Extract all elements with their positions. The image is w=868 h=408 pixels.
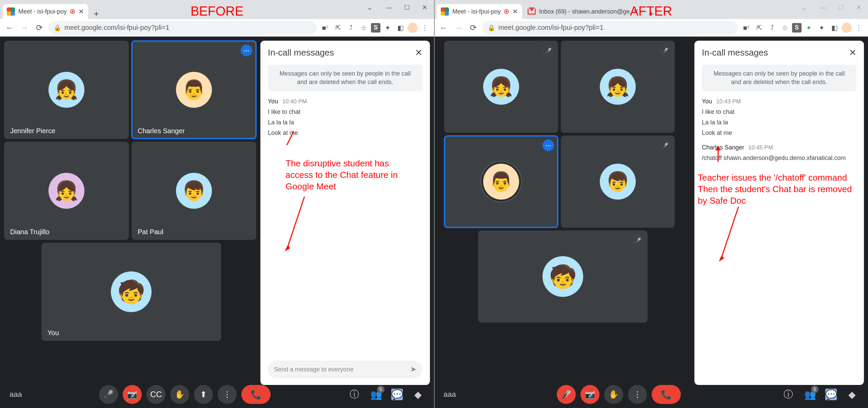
new-tab-button[interactable]: + bbox=[91, 8, 102, 19]
meeting-code: aaa bbox=[443, 390, 456, 399]
maximize-button[interactable]: ☐ bbox=[833, 1, 849, 14]
window-controls: ⌄ — ☐ ✕ bbox=[361, 0, 433, 15]
camera-off-button[interactable]: 📷̸ bbox=[123, 385, 142, 404]
msg-time: 10:45 PM bbox=[748, 144, 773, 151]
browser-menu-icon[interactable]: ⋮ bbox=[419, 22, 431, 34]
avatar: 👧 bbox=[600, 69, 636, 105]
chat-message: Charles Sanger10:45 PM /chatoff shawn.an… bbox=[702, 144, 856, 162]
reload-button[interactable]: ⟳ bbox=[33, 22, 45, 34]
participant-tile[interactable]: 🎤̸ 👧 bbox=[561, 41, 675, 133]
address-bar[interactable]: 🔒 meet.google.com/isi-fpui-poy?pli=1 bbox=[48, 21, 317, 35]
ext-s-icon[interactable]: S bbox=[371, 23, 380, 33]
close-window-button[interactable]: ✕ bbox=[416, 1, 433, 14]
tab-meet[interactable]: Meet - isi-fpui-poy ✕ bbox=[3, 4, 88, 19]
extensions-icon[interactable]: ✦ bbox=[816, 22, 827, 34]
participant-tile[interactable]: 👧 Jennifer Pierce bbox=[4, 41, 129, 139]
bottom-bar: aaa 🎤 📷̸ CC ✋ ⬆ ⋮ 📞 ⓘ 👥5 💬 ◆ bbox=[0, 381, 434, 408]
close-window-button[interactable]: ✕ bbox=[850, 1, 867, 14]
info-icon[interactable]: ⓘ bbox=[782, 388, 795, 401]
more-options-button[interactable]: ⋮ bbox=[218, 385, 237, 404]
tab-search-icon[interactable]: ⌄ bbox=[795, 1, 812, 14]
avatar: 👦 bbox=[600, 164, 636, 200]
forward-button[interactable]: → bbox=[452, 22, 465, 34]
camera-icon[interactable]: ■ᶜ bbox=[319, 22, 331, 34]
tab-search-icon[interactable]: ⌄ bbox=[361, 1, 378, 14]
mic-button[interactable]: 🎤 bbox=[99, 385, 118, 404]
chat-icon-active[interactable]: 💬 bbox=[825, 389, 837, 400]
participant-tile[interactable]: 👦 Pat Paul bbox=[132, 142, 256, 240]
more-options-button[interactable]: ⋮ bbox=[628, 385, 647, 404]
forward-button[interactable]: → bbox=[18, 22, 31, 34]
participant-tile-self[interactable]: 🎤̸ 🧒 bbox=[478, 230, 648, 323]
chat-input[interactable]: Send a message to everyone ➤ bbox=[268, 361, 422, 378]
participant-tile[interactable]: ⋯ 👨 bbox=[444, 136, 558, 228]
titlebar: BEFORE Meet - isi-fpui-poy ✕ + ⌄ — ☐ ✕ bbox=[0, 0, 434, 19]
send-icon[interactable]: ➤ bbox=[410, 365, 416, 374]
more-menu-icon[interactable]: ⋯ bbox=[241, 45, 252, 56]
close-tab-icon[interactable]: ✕ bbox=[78, 7, 84, 16]
star-icon[interactable]: ☆ bbox=[358, 22, 370, 34]
avatar: 👧 bbox=[48, 173, 84, 209]
chat-icon-active[interactable]: 💬 bbox=[391, 389, 403, 400]
people-icon[interactable]: 👥5 bbox=[804, 389, 816, 400]
msg-line: La la la la bbox=[702, 119, 856, 126]
sidepanel-icon[interactable]: ◧ bbox=[829, 22, 840, 34]
install-icon[interactable]: ⇱ bbox=[753, 22, 765, 34]
camera-off-button[interactable]: 📷̸ bbox=[580, 385, 599, 404]
participant-tile[interactable]: 👧 Diana Trujillo bbox=[4, 142, 129, 240]
mic-off-button[interactable]: 🎤̸ bbox=[557, 385, 576, 404]
svg-marker-8 bbox=[719, 256, 724, 262]
svg-marker-6 bbox=[715, 146, 721, 150]
msg-sender: You bbox=[268, 98, 278, 105]
extensions-icon[interactable]: ✦ bbox=[382, 22, 393, 34]
tab-gmail[interactable]: Inbox (69) - shawn.anderson@ge ✕ bbox=[524, 4, 643, 19]
ext-s-icon[interactable]: S bbox=[792, 23, 802, 33]
minimize-button[interactable]: — bbox=[381, 1, 397, 14]
minimize-button[interactable]: — bbox=[815, 1, 831, 14]
participant-tile-self[interactable]: 🧒 You bbox=[41, 243, 221, 341]
close-chat-icon[interactable]: ✕ bbox=[415, 47, 422, 58]
msg-line: La la la la bbox=[268, 119, 422, 126]
profile-avatar[interactable] bbox=[842, 23, 852, 33]
participant-tile[interactable]: 🎤̸ 👧 bbox=[444, 41, 558, 133]
meet-area: 👧 Jennifer Pierce ⋯ 👨 Charles Sanger 👧 D… bbox=[0, 37, 434, 408]
raise-hand-button[interactable]: ✋ bbox=[604, 385, 623, 404]
lock-icon: 🔒 bbox=[488, 24, 495, 32]
end-call-button[interactable]: 📞 bbox=[652, 385, 681, 404]
profile-avatar[interactable] bbox=[408, 23, 418, 33]
url-bar: ← → ⟳ 🔒 meet.google.com/isi-fpui-poy?pli… bbox=[434, 19, 868, 37]
back-button[interactable]: ← bbox=[437, 22, 450, 34]
more-menu-icon[interactable]: ⋯ bbox=[542, 140, 554, 151]
back-button[interactable]: ← bbox=[3, 22, 16, 34]
chat-notice: Messages can only be seen by people in t… bbox=[268, 65, 422, 91]
avatar: 👦 bbox=[176, 173, 212, 209]
people-icon[interactable]: 👥5 bbox=[370, 389, 382, 400]
reload-button[interactable]: ⟳ bbox=[467, 22, 479, 34]
close-chat-icon[interactable]: ✕ bbox=[849, 47, 856, 58]
browser-menu-icon[interactable]: ⋮ bbox=[853, 22, 865, 34]
star-icon[interactable]: ☆ bbox=[779, 22, 791, 34]
activities-icon[interactable]: ◆ bbox=[412, 389, 425, 400]
share-icon[interactable]: ⤴ bbox=[766, 22, 778, 34]
activities-icon[interactable]: ◆ bbox=[846, 389, 859, 400]
share-icon[interactable]: ⤴ bbox=[345, 22, 357, 34]
ext-leaf-icon[interactable]: ✦ bbox=[803, 22, 814, 34]
install-icon[interactable]: ⇱ bbox=[332, 22, 344, 34]
participant-tile[interactable]: 🎤̸ 👦 bbox=[561, 136, 675, 228]
sidepanel-icon[interactable]: ◧ bbox=[395, 22, 406, 34]
info-icon[interactable]: ⓘ bbox=[348, 388, 361, 401]
address-bar[interactable]: 🔒 meet.google.com/isi-fpui-poy?pli=1 bbox=[482, 21, 738, 35]
svg-marker-4 bbox=[285, 245, 290, 251]
raise-hand-button[interactable]: ✋ bbox=[170, 385, 189, 404]
chat-title: In-call messages bbox=[702, 47, 768, 58]
close-tab-icon[interactable]: ✕ bbox=[512, 7, 518, 16]
recording-icon bbox=[504, 9, 509, 14]
maximize-button[interactable]: ☐ bbox=[399, 1, 415, 14]
participant-tile[interactable]: ⋯ 👨 Charles Sanger bbox=[132, 41, 256, 139]
present-button[interactable]: ⬆ bbox=[194, 385, 213, 404]
camera-icon[interactable]: ■ᶜ bbox=[741, 22, 752, 34]
tab-meet[interactable]: Meet - isi-fpui-poy ✕ bbox=[437, 4, 522, 19]
end-call-button[interactable]: 📞 bbox=[241, 385, 271, 404]
cc-button[interactable]: CC bbox=[146, 385, 165, 404]
titlebar: AFTER Meet - isi-fpui-poy ✕ Inbox (69) -… bbox=[434, 0, 868, 19]
